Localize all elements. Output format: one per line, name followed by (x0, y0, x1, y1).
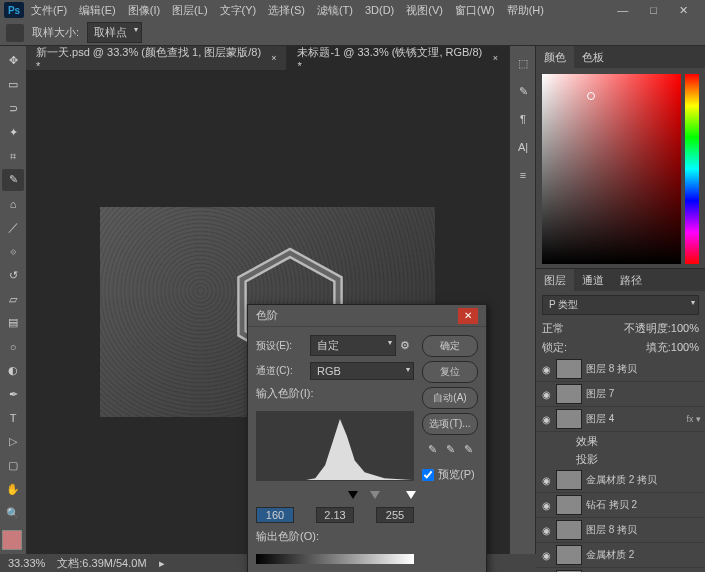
history-brush-tool-icon[interactable]: ↺ (2, 264, 24, 286)
layer-name[interactable]: 图层 8 拷贝 (586, 523, 701, 537)
layer-thumb[interactable] (556, 495, 582, 515)
preset-dropdown[interactable]: 自定 (310, 335, 396, 356)
eraser-tool-icon[interactable]: ▱ (2, 288, 24, 310)
document-tab-2[interactable]: 未标题-1 @ 33.3% (铁锈文理, RGB/8) * × (287, 46, 509, 70)
input-slider[interactable] (256, 491, 414, 501)
visibility-icon[interactable]: ◉ (540, 475, 552, 486)
layer-row[interactable]: ◉图层 7 (536, 382, 705, 407)
menu-select[interactable]: 选择(S) (263, 1, 310, 20)
visibility-icon[interactable]: ◉ (540, 414, 552, 425)
heal-tool-icon[interactable]: ⌂ (2, 193, 24, 215)
menu-image[interactable]: 图像(I) (123, 1, 165, 20)
status-arrow-icon[interactable]: ▸ (159, 557, 165, 570)
layer-name[interactable]: 金属材质 2 (586, 548, 701, 562)
lasso-tool-icon[interactable]: ⊃ (2, 98, 24, 120)
preset-gear-icon[interactable]: ⚙ (400, 339, 414, 353)
window-minimize-icon[interactable]: — (612, 2, 633, 19)
color-panel-tab[interactable]: 颜色 (536, 46, 574, 68)
panel-icon-2[interactable]: ✎ (512, 80, 534, 102)
layer-effect-row[interactable]: 效果 (536, 432, 705, 450)
panel-icon-4[interactable]: A| (512, 136, 534, 158)
layer-thumb[interactable] (556, 384, 582, 404)
layer-row[interactable]: ◉金属材质 2 (536, 543, 705, 568)
gamma-handle[interactable] (370, 491, 380, 499)
menu-help[interactable]: 帮助(H) (502, 1, 549, 20)
layer-row[interactable]: ◉钻石 拷贝 2 (536, 493, 705, 518)
layer-thumb[interactable] (556, 470, 582, 490)
layer-row[interactable]: ◉钻石 拷贝 2 (536, 568, 705, 572)
layer-name[interactable]: 钻石 拷贝 2 (586, 498, 701, 512)
layer-thumb[interactable] (556, 520, 582, 540)
dodge-tool-icon[interactable]: ◐ (2, 360, 24, 382)
sample-size-dropdown[interactable]: 取样点 (87, 22, 142, 43)
preview-checkbox[interactable]: 预览(P) (422, 467, 478, 482)
input-white-field[interactable] (376, 507, 414, 523)
black-point-handle[interactable] (348, 491, 358, 499)
layer-row[interactable]: ◉图层 8 拷贝 (536, 357, 705, 382)
swatches-panel-tab[interactable]: 色板 (574, 46, 612, 68)
visibility-icon[interactable]: ◉ (540, 525, 552, 536)
window-maximize-icon[interactable]: □ (645, 2, 662, 19)
current-tool-icon[interactable] (6, 24, 24, 42)
white-point-handle[interactable] (406, 491, 416, 499)
fill-value[interactable]: 100% (671, 341, 699, 353)
visibility-icon[interactable]: ◉ (540, 550, 552, 561)
input-gamma-field[interactable] (316, 507, 354, 523)
fx-badge[interactable]: fx ▾ (686, 414, 701, 424)
channel-dropdown[interactable]: RGB (310, 362, 414, 380)
crop-tool-icon[interactable]: ⌗ (2, 145, 24, 167)
shape-tool-icon[interactable]: ▢ (2, 455, 24, 477)
black-eyedropper-icon[interactable]: ✎ (428, 443, 442, 457)
pen-tool-icon[interactable]: ✒ (2, 383, 24, 405)
type-tool-icon[interactable]: T (2, 407, 24, 429)
layer-name[interactable]: 图层 8 拷贝 (586, 362, 701, 376)
visibility-icon[interactable]: ◉ (540, 500, 552, 511)
menu-edit[interactable]: 编辑(E) (74, 1, 121, 20)
hue-slider[interactable] (685, 74, 699, 264)
document-tab-1[interactable]: 新一天.psd @ 33.3% (颜色查找 1, 图层蒙版/8) * × (26, 46, 287, 70)
layer-row[interactable]: ◉图层 8 拷贝 (536, 518, 705, 543)
channels-tab[interactable]: 通道 (574, 269, 612, 291)
layer-thumb[interactable] (556, 409, 582, 429)
paths-tab[interactable]: 路径 (612, 269, 650, 291)
path-tool-icon[interactable]: ▷ (2, 431, 24, 453)
eyedropper-tool-icon[interactable]: ✎ (2, 169, 24, 191)
menu-3d[interactable]: 3D(D) (360, 2, 399, 18)
layer-name[interactable]: 金属材质 2 拷贝 (586, 473, 701, 487)
reset-button[interactable]: 复位 (422, 361, 478, 383)
move-tool-icon[interactable]: ✥ (2, 50, 24, 72)
menu-filter[interactable]: 滤镜(T) (312, 1, 358, 20)
layer-name[interactable]: 图层 7 (586, 387, 701, 401)
ok-button[interactable]: 确定 (422, 335, 478, 357)
wand-tool-icon[interactable]: ✦ (2, 121, 24, 143)
layer-kind-dropdown[interactable]: P 类型 (542, 295, 699, 315)
panel-icon-5[interactable]: ≡ (512, 164, 534, 186)
foreground-color-swatch[interactable] (2, 530, 22, 550)
white-eyedropper-icon[interactable]: ✎ (464, 443, 478, 457)
menu-layer[interactable]: 图层(L) (167, 1, 212, 20)
stamp-tool-icon[interactable]: ⟐ (2, 241, 24, 263)
output-gradient[interactable] (256, 554, 414, 564)
layer-row[interactable]: ◉金属材质 2 拷贝 (536, 468, 705, 493)
menu-view[interactable]: 视图(V) (401, 1, 448, 20)
hand-tool-icon[interactable]: ✋ (2, 479, 24, 501)
opacity-value[interactable]: 100% (671, 322, 699, 334)
layers-tab[interactable]: 图层 (536, 269, 574, 291)
menu-window[interactable]: 窗口(W) (450, 1, 500, 20)
tab-close-icon[interactable]: × (493, 53, 498, 63)
layer-thumb[interactable] (556, 545, 582, 565)
dialog-titlebar[interactable]: 色阶 ✕ (248, 305, 486, 327)
menu-file[interactable]: 文件(F) (26, 1, 72, 20)
auto-button[interactable]: 自动(A) (422, 387, 478, 409)
layer-name[interactable]: 图层 4 (586, 412, 682, 426)
layer-effect-row[interactable]: 投影 (536, 450, 705, 468)
panel-icon-1[interactable]: ⬚ (512, 52, 534, 74)
tab-close-icon[interactable]: × (271, 53, 276, 63)
gradient-tool-icon[interactable]: ▤ (2, 312, 24, 334)
visibility-icon[interactable]: ◉ (540, 389, 552, 400)
layer-thumb[interactable] (556, 359, 582, 379)
gray-eyedropper-icon[interactable]: ✎ (446, 443, 460, 457)
zoom-level[interactable]: 33.33% (8, 557, 45, 569)
layer-row[interactable]: ◉图层 4fx ▾ (536, 407, 705, 432)
window-close-icon[interactable]: ✕ (674, 2, 693, 19)
